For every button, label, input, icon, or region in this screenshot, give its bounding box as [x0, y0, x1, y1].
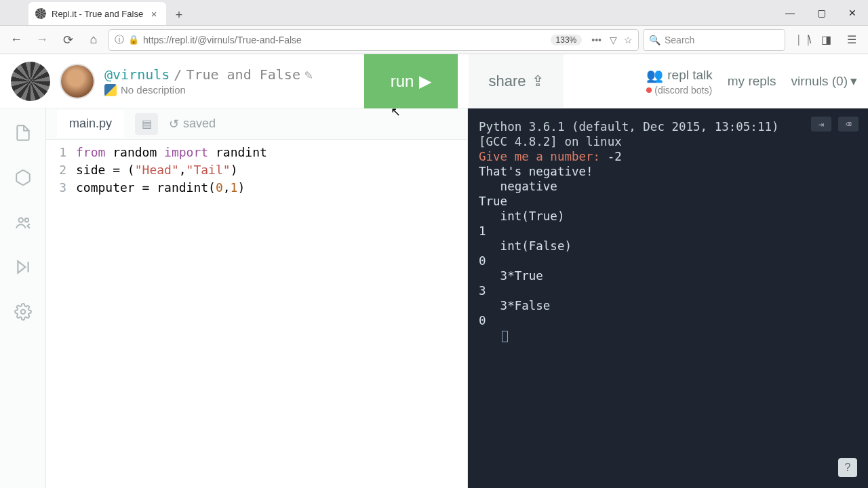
program-prompt-line: Give me a number: -2: [479, 149, 857, 164]
user-menu[interactable]: virnuls (0) ▾: [791, 73, 857, 89]
url-box[interactable]: ⓘ 🔒 https://repl.it/@virnuls/True-and-Fa…: [108, 29, 639, 51]
history-icon: ↺: [169, 117, 179, 131]
svg-point-4: [20, 310, 25, 314]
repl-output-line: 1: [479, 224, 857, 239]
terminal-popout-icon[interactable]: ⇥: [811, 117, 831, 131]
python-icon: [104, 84, 117, 96]
terminal-clear-icon[interactable]: ⌫: [838, 117, 859, 131]
repl-title[interactable]: @virnuls/True and False ✎: [104, 66, 313, 83]
window-controls: — ▢ ✕: [774, 0, 868, 26]
back-button[interactable]: ←: [5, 29, 27, 51]
home-button[interactable]: ⌂: [83, 29, 104, 51]
header-right: 👥 repl talk (discord bots) my repls virn…: [646, 67, 857, 96]
program-output: That's negative!: [479, 164, 857, 179]
file-tab-main[interactable]: main.py: [57, 110, 124, 138]
debugger-icon[interactable]: [12, 256, 34, 278]
search-box[interactable]: 🔍 Search: [643, 29, 785, 51]
replit-logo[interactable]: [11, 62, 50, 101]
help-button[interactable]: ?: [838, 458, 857, 477]
status-dot-icon: [646, 87, 652, 93]
python-version: Python 3.6.1 (default, Dec 2015, 13:05:1…: [479, 119, 857, 134]
talk-icon: 👥: [646, 67, 663, 83]
settings-icon[interactable]: [12, 301, 34, 323]
repl-input-line: negative: [479, 179, 857, 194]
save-status: ↺ saved: [169, 117, 216, 131]
tab-title: Repl.it - True and False: [52, 9, 143, 19]
repl-title-block: @virnuls/True and False ✎ No description: [104, 66, 313, 96]
more-icon[interactable]: •••: [591, 35, 601, 45]
address-bar: ← → ⟳ ⌂ ⓘ 🔒 https://repl.it/@virnuls/Tru…: [0, 26, 868, 54]
gcc-version: [GCC 4.8.2] on linux: [479, 134, 857, 149]
repl-cursor-line: [479, 328, 857, 343]
user-avatar[interactable]: [61, 65, 94, 98]
run-button[interactable]: run ▶: [364, 54, 458, 108]
play-icon: ▶: [419, 72, 431, 91]
terminal-tools: ⇥ ⌫: [811, 117, 859, 131]
tab-favicon: [35, 8, 46, 19]
repl-input-line: int(False): [479, 239, 857, 253]
share-icon: ⇪: [532, 73, 544, 90]
left-sidebar: [0, 108, 46, 488]
zoom-badge[interactable]: 133%: [551, 35, 583, 45]
chevron-down-icon: ▾: [850, 73, 857, 89]
window-close-button[interactable]: ✕: [837, 0, 868, 26]
window-minimize-button[interactable]: —: [774, 0, 806, 26]
pocket-icon[interactable]: ▽: [610, 35, 617, 45]
main-area: main.py ▤ ↺ saved 1 2 3 from random impo…: [0, 108, 868, 488]
search-icon: 🔍: [649, 35, 660, 45]
repl-talk-link[interactable]: 👥 repl talk: [646, 67, 713, 83]
repl-header: @virnuls/True and False ✎ No description…: [0, 54, 868, 108]
repl-output-line: 0: [479, 313, 857, 328]
browser-tab-strip: Repl.it - True and False × + — ▢ ✕: [0, 0, 868, 26]
terminal-pane[interactable]: ⇥ ⌫ Python 3.6.1 (default, Dec 2015, 13:…: [468, 108, 868, 488]
new-tab-button[interactable]: +: [169, 5, 189, 25]
multiplayer-icon[interactable]: [12, 211, 34, 233]
code-editor[interactable]: 1 2 3 from random import randintside = (…: [46, 140, 467, 488]
repl-output-line: 3: [479, 283, 857, 298]
files-icon[interactable]: [12, 122, 34, 144]
sidebar-icon[interactable]: ◨: [815, 29, 837, 51]
svg-point-0: [18, 218, 23, 223]
url-text: https://repl.it/@virnuls/True-and-False: [143, 35, 302, 45]
svg-point-1: [24, 218, 28, 222]
window-maximize-button[interactable]: ▢: [806, 0, 837, 26]
menu-icon[interactable]: ☰: [841, 29, 863, 51]
browser-tab[interactable]: Repl.it - True and False ×: [28, 2, 166, 25]
discord-status[interactable]: (discord bots): [646, 85, 712, 96]
reload-button[interactable]: ⟳: [57, 29, 79, 51]
repl-input-line: 3*True: [479, 268, 857, 283]
gutter: 1 2 3: [46, 144, 76, 488]
repl-description: No description: [104, 84, 313, 96]
repl-input-line: 3*False: [479, 298, 857, 313]
repl-output-line: 0: [479, 253, 857, 268]
repl-output-line: True: [479, 194, 857, 209]
info-icon: ⓘ: [115, 34, 124, 46]
lock-icon: 🔒: [128, 35, 139, 45]
search-placeholder: Search: [665, 35, 694, 45]
my-repls-link[interactable]: my repls: [728, 74, 776, 89]
editor-pane: main.py ▤ ↺ saved 1 2 3 from random impo…: [46, 108, 468, 488]
forward-button[interactable]: →: [31, 29, 53, 51]
editor-tab-bar: main.py ▤ ↺ saved: [46, 108, 467, 140]
bookmark-icon[interactable]: ☆: [624, 35, 633, 45]
repl-input-line: int(True): [479, 209, 857, 224]
tab-close-icon[interactable]: ×: [149, 8, 159, 19]
repl-name: True and False: [186, 66, 300, 83]
packages-icon[interactable]: [12, 167, 34, 188]
edit-icon[interactable]: ✎: [304, 66, 313, 83]
svg-marker-2: [18, 261, 25, 272]
format-icon[interactable]: ▤: [135, 113, 158, 135]
library-icon[interactable]: ⎹⎹\: [789, 29, 811, 51]
share-button[interactable]: share ⇪: [469, 54, 564, 108]
code-content: from random import randintside = ("Head"…: [76, 144, 267, 488]
repl-owner: @virnuls: [104, 66, 170, 83]
